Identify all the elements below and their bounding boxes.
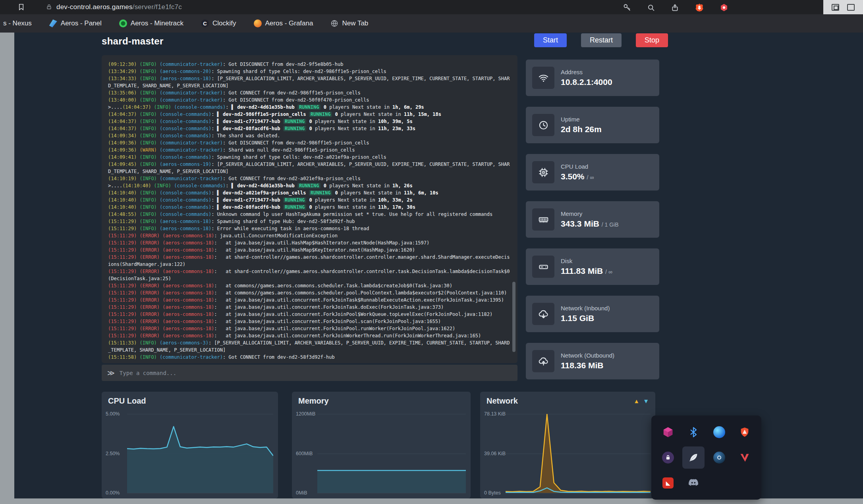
bookmark-item[interactable]: Aeros - Panel [49,19,102,27]
console-line: (15:11:29) (ERROR) (aeros-commons-18): a… [108,325,511,332]
gridline [506,493,651,493]
wifi-icon [532,67,554,89]
console-line: (14:09:36) (WARN) (communicator-tracker)… [108,146,511,154]
cpu-chart-card: CPU Load 5.00%2.50%0.00% [102,392,278,498]
share-icon[interactable] [670,2,680,13]
chart-plot: 1200MiB600MiB0MiB [292,409,471,498]
network-chart-card: Network ▲▼ 78.13 KiB39.06 KiB0 Bytes [480,392,655,498]
grafana-favicon [254,19,262,27]
console-line: (15:11:29) (ERROR) (aeros-commons-18): a… [108,239,511,246]
console-line: (14:10:19) (INFO) (communicator-tracker)… [108,175,511,182]
stat-label: Network (Inbound) [561,305,610,312]
globe-favicon [330,19,338,27]
address-bar[interactable]: dev-control.aeros.games/server/f1e1fc7c [0,0,863,14]
brave-shield-icon[interactable] [694,2,705,13]
network-chart [506,414,651,493]
overlapping-window-corner [823,0,863,14]
minetrack-favicon [119,19,127,27]
tray-icon-steam[interactable] [708,446,730,469]
bookmark-label: Aeros - Minetrack [131,19,183,27]
url-path: /server/f1e1fc7c [133,3,182,11]
bookmark-item[interactable]: CClockify [201,19,236,27]
bookmark-label: Clockify [212,19,236,27]
bookmark-label: Aeros - Panel [61,19,102,27]
server-actions: Start Restart Stop [534,33,668,47]
tray-icon-bluetooth[interactable] [682,421,705,443]
memory-icon [532,208,554,231]
console-line: (09:12:30) (INFO) (communicator-tracker)… [108,61,511,68]
stat-card-address: Address10.8.2.1:4000 [526,60,659,96]
console-line: (15:11:29) (ERROR) (aeros-commons-18): a… [108,332,511,339]
cpu-load-chart [127,414,273,493]
stat-value: 2d 8h 26m [561,125,602,134]
chart-plot: 5.00%2.50%0.00% [102,409,278,498]
console[interactable]: (09:12:30) (INFO) (communicator-tracker)… [102,55,517,363]
console-line: (15:11:29) (ERROR) (aeros-commons-18): a… [108,289,511,296]
console-line: (13:35:06) (INFO) (communicator-tracker)… [108,89,511,96]
tray-icon-feather[interactable] [682,446,705,469]
console-line: >....(14:04:37) (INFO) (console-commands… [108,104,511,111]
console-line: (15:11:29) (ERROR) (aeros-commons-18): a… [108,318,511,325]
stat-label: CPU Load [561,163,594,170]
stat-value: 343.3 MiB / 1 GiB [561,219,619,229]
command-input[interactable] [120,370,512,376]
tray-icon-red-app[interactable]: ◣ [657,472,679,494]
console-line: (14:09:36) (INFO) (communicator-tracker)… [108,139,511,146]
bookmark-label: New Tab [342,19,368,27]
restart-button[interactable]: Restart [581,33,622,47]
stat-label: Uptime [561,116,602,123]
console-line: (14:09:34) (INFO) (console-commands): Th… [108,132,511,139]
search-icon[interactable] [646,2,656,13]
tray-icon-discord[interactable] [682,472,705,494]
tray-icon-lock[interactable] [657,446,679,469]
gridline [127,493,273,493]
console-line: (15:11:29) (ERROR) (aeros-commons-18): a… [108,254,511,268]
bookmark-item[interactable]: s - Nexus [3,19,32,27]
bookmark-flag-icon[interactable] [17,3,25,12]
console-scrollbar-thumb[interactable] [512,282,515,352]
command-bar: ≫ [102,365,517,381]
cpu-icon [532,161,554,183]
bookmark-item[interactable]: Aeros - Minetrack [119,19,183,27]
stop-button[interactable]: Stop [636,33,668,47]
console-line: (15:11:29) (ERROR) (aeros-commons-18): a… [108,296,511,304]
key-icon[interactable] [622,2,632,13]
tray-icon-shield[interactable] [734,421,756,443]
console-line: (15:11:29) (ERROR) (aeros-commons-18): a… [108,282,511,289]
console-line: (15:11:29) (INFO) (aeros-commons-18): Sp… [108,218,511,225]
window-restore-icon[interactable] [832,4,839,11]
console-line: (13:34:33) (INFO) (aeros-commons-18): [P… [108,75,511,89]
tray-icon-vanguard[interactable] [734,446,756,469]
stat-limit: / ∞ [605,269,612,275]
console-line: (15:11:29) (ERROR) (aeros-commons-18): a… [108,304,511,311]
outbound-legend-icon[interactable]: ▲ [633,398,639,404]
bookmark-label: Aeros - Grafana [265,19,313,27]
bookmark-item[interactable]: New Tab [330,19,368,27]
console-line: (15:11:58) (INFO) (communicator-tracker)… [108,354,511,361]
inbound-legend-icon[interactable]: ▼ [643,398,649,404]
console-line: (15:11:29) (ERROR) (aeros-commons-18): j… [108,232,511,239]
console-line: (14:48:55) (INFO) (console-commands): Un… [108,211,511,218]
window-frame-icon[interactable] [847,4,855,11]
chart-legend: ▲▼ [633,398,649,404]
tray-icon-cube[interactable] [657,421,679,443]
memory-chart-card: Memory 1200MiB600MiB0MiB [292,392,471,498]
console-line: >....(14:10:40) (INFO) (console-commands… [108,182,511,189]
tray-icon-browser[interactable] [708,421,730,443]
console-line: (14:04:37) (INFO) (console-commands): ▌ … [108,118,511,125]
y-tick-label: 0.00% [106,490,120,496]
system-tray-popup: ◣ [651,416,761,500]
stat-label: Memory [561,210,619,217]
start-button[interactable]: Start [534,33,567,47]
y-tick-label: 600MiB [296,451,313,456]
console-line: (15:11:29) (ERROR) (aeros-commons-18): a… [108,268,511,282]
stat-card-memory: Memory343.3 MiB / 1 GiB [526,201,659,238]
lock-icon[interactable] [46,4,52,12]
extension-icon[interactable] [719,2,729,13]
url-text[interactable]: dev-control.aeros.games/server/f1e1fc7c [56,3,182,11]
bookmark-item[interactable]: Aeros - Grafana [254,19,313,27]
console-line: (15:11:29) (ERROR) (aeros-commons-18): a… [108,246,511,254]
disk-icon [532,256,554,278]
gridline [317,493,466,493]
page-title: shard-master [102,36,164,47]
